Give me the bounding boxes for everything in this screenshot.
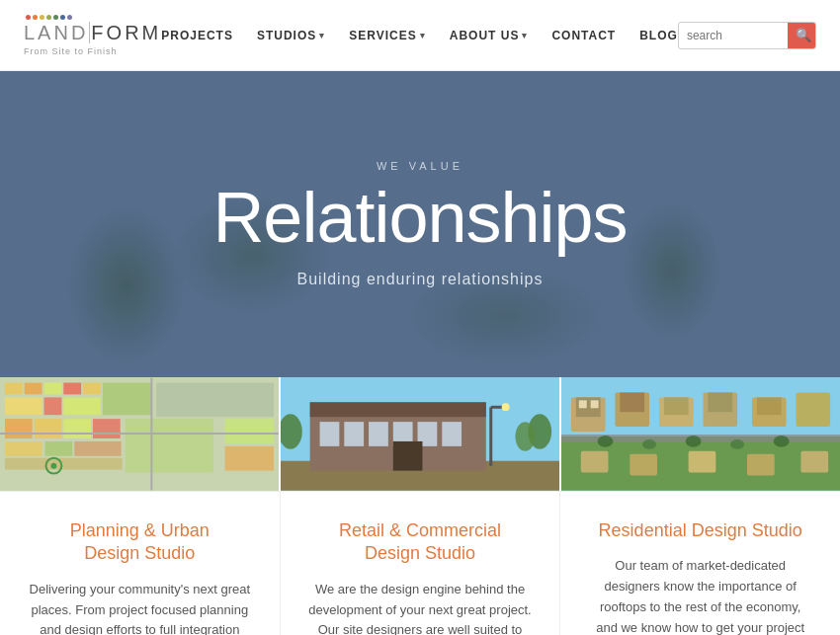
svg-rect-31 xyxy=(320,422,340,446)
residential-svg xyxy=(561,377,840,491)
dot-blue2 xyxy=(67,15,72,20)
svg-rect-57 xyxy=(757,397,782,415)
svg-rect-3 xyxy=(44,383,62,395)
svg-point-63 xyxy=(730,439,744,449)
hero-subtitle: Building enduring relationships xyxy=(212,271,627,288)
svg-rect-19 xyxy=(156,383,274,418)
svg-point-61 xyxy=(642,439,656,449)
svg-rect-11 xyxy=(35,419,62,438)
svg-rect-18 xyxy=(126,419,213,472)
svg-rect-55 xyxy=(708,392,732,412)
svg-rect-69 xyxy=(800,451,828,473)
logo-form: FORM xyxy=(91,22,161,44)
dot-orange xyxy=(33,15,38,20)
svg-rect-2 xyxy=(25,383,42,395)
hero-content: WE VALUE Relationships Building enduring… xyxy=(212,160,627,288)
svg-point-64 xyxy=(774,436,790,447)
main-nav: PROJECTS STUDIOS ▾ SERVICES ▾ ABOUT US ▾… xyxy=(161,29,678,42)
retail-card-body: We are the design engine behind the deve… xyxy=(308,580,533,635)
svg-rect-37 xyxy=(393,441,423,471)
retail-card-title: Retail & CommercialDesign Studio xyxy=(339,519,501,566)
svg-rect-67 xyxy=(689,451,716,473)
svg-point-43 xyxy=(515,422,535,451)
logo-land: LAND xyxy=(24,22,88,44)
svg-rect-36 xyxy=(442,422,462,446)
svg-rect-4 xyxy=(63,383,81,395)
search-icon: 🔍 xyxy=(796,28,811,42)
nav-about-us[interactable]: ABOUT US ▾ xyxy=(450,29,529,42)
svg-rect-15 xyxy=(45,441,73,456)
nav-about-label: ABOUT US xyxy=(450,29,520,42)
planning-svg xyxy=(0,377,279,491)
nav-contact[interactable]: CONTACT xyxy=(551,29,616,42)
header: LAND FORM From Site to Finish PROJECTS S… xyxy=(0,0,840,71)
planning-img-bg xyxy=(0,377,279,491)
dot-green2 xyxy=(53,15,58,20)
residential-card-title: Residential Design Studio xyxy=(599,519,802,542)
svg-rect-32 xyxy=(344,422,364,446)
svg-rect-9 xyxy=(103,383,151,416)
about-chevron-icon: ▾ xyxy=(522,31,528,40)
svg-rect-66 xyxy=(630,454,657,476)
search-button[interactable]: 🔍 xyxy=(788,22,816,49)
search-bar: 🔍 xyxy=(678,22,816,49)
svg-rect-10 xyxy=(5,419,33,438)
retail-svg xyxy=(281,377,559,491)
studios-chevron-icon: ▾ xyxy=(319,31,325,40)
nav-projects[interactable]: PROJECTS xyxy=(161,29,233,42)
nav-studios[interactable]: STUDIOS ▾ xyxy=(257,29,325,42)
dot-green1 xyxy=(46,15,51,20)
svg-rect-48 xyxy=(579,400,587,408)
svg-rect-58 xyxy=(796,392,830,427)
hero-section: WE VALUE Relationships Building enduring… xyxy=(0,71,840,377)
residential-img-bg xyxy=(561,377,840,491)
svg-rect-49 xyxy=(591,400,599,408)
svg-rect-14 xyxy=(5,441,42,456)
nav-services-label: SERVICES xyxy=(349,29,416,42)
residential-card-body: Our team of market-dedicated designers k… xyxy=(588,556,812,635)
residential-image xyxy=(561,377,840,491)
search-input[interactable] xyxy=(679,25,788,46)
retail-card: Retail & CommercialDesign Studio We are … xyxy=(281,492,561,635)
svg-rect-65 xyxy=(581,451,609,473)
svg-rect-51 xyxy=(620,392,644,412)
svg-rect-68 xyxy=(747,454,775,476)
images-row xyxy=(0,377,840,491)
planning-card-body: Delivering your community's next great p… xyxy=(28,580,252,635)
retail-image xyxy=(281,377,559,491)
svg-rect-12 xyxy=(63,419,91,438)
svg-rect-7 xyxy=(44,397,62,415)
logo-separator xyxy=(89,22,90,43)
logo-tagline: From Site to Finish xyxy=(24,46,161,56)
text-cards: Planning & UrbanDesign Studio Delivering… xyxy=(0,491,840,635)
dot-red xyxy=(26,15,31,20)
svg-rect-8 xyxy=(63,397,101,415)
svg-rect-21 xyxy=(225,446,274,471)
svg-rect-17 xyxy=(5,458,123,470)
svg-rect-53 xyxy=(664,397,689,415)
svg-rect-5 xyxy=(83,383,101,395)
svg-rect-20 xyxy=(225,419,274,443)
planning-image xyxy=(0,377,279,491)
dot-yellow xyxy=(40,15,44,20)
svg-rect-16 xyxy=(74,441,121,456)
svg-point-60 xyxy=(598,436,614,447)
planning-card-title: Planning & UrbanDesign Studio xyxy=(70,519,210,566)
hero-title: Relationships xyxy=(212,182,627,253)
planning-card: Planning & UrbanDesign Studio Delivering… xyxy=(0,492,281,635)
residential-card: Residential Design Studio Our team of ma… xyxy=(560,492,840,635)
svg-rect-13 xyxy=(93,419,121,438)
nav-blog[interactable]: BLOG xyxy=(639,29,678,42)
svg-point-25 xyxy=(50,463,56,469)
svg-rect-30 xyxy=(310,402,486,417)
logo-dots xyxy=(24,15,161,20)
svg-point-62 xyxy=(686,436,702,447)
retail-img-bg xyxy=(281,377,559,491)
logo-text: LAND FORM xyxy=(24,22,161,44)
dot-blue1 xyxy=(60,15,65,20)
logo-area: LAND FORM From Site to Finish xyxy=(24,15,161,56)
services-chevron-icon: ▾ xyxy=(420,31,426,40)
nav-services[interactable]: SERVICES ▾ xyxy=(349,29,425,42)
svg-rect-33 xyxy=(369,422,388,446)
svg-point-40 xyxy=(502,403,510,411)
